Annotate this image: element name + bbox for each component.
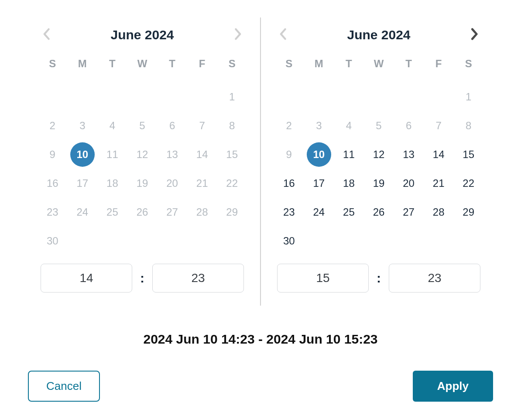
day-cell[interactable]: 11 bbox=[334, 145, 364, 164]
empty-day-cell bbox=[97, 87, 127, 107]
weekday-header: S bbox=[274, 58, 304, 75]
weekday-header: F bbox=[187, 58, 217, 75]
chevron-right-icon bbox=[471, 28, 479, 42]
next-month-button-right[interactable] bbox=[466, 26, 483, 44]
day-cell[interactable]: 27 bbox=[394, 203, 424, 222]
day-cell[interactable]: 3 bbox=[68, 116, 98, 135]
apply-button[interactable]: Apply bbox=[413, 371, 493, 402]
day-cell[interactable]: 22 bbox=[217, 174, 247, 193]
chevron-right-icon bbox=[234, 28, 242, 42]
day-cell[interactable]: 20 bbox=[157, 174, 187, 193]
weekday-header: S bbox=[38, 58, 68, 75]
day-cell[interactable]: 11 bbox=[97, 145, 127, 164]
cancel-button[interactable]: Cancel bbox=[28, 371, 100, 402]
day-cell[interactable]: 19 bbox=[127, 174, 158, 193]
day-cell[interactable]: 26 bbox=[127, 203, 158, 222]
day-cell[interactable]: 6 bbox=[157, 116, 187, 135]
prev-month-button-left[interactable] bbox=[38, 26, 55, 44]
start-hour-input[interactable] bbox=[41, 264, 132, 293]
day-cell[interactable]: 1 bbox=[453, 87, 483, 107]
weekday-header: T bbox=[157, 58, 187, 75]
day-cell[interactable]: 8 bbox=[453, 116, 483, 135]
day-cell[interactable]: 29 bbox=[217, 203, 247, 222]
end-minute-input[interactable] bbox=[389, 264, 480, 293]
day-cell[interactable]: 9 bbox=[38, 145, 68, 164]
weekday-header: S bbox=[217, 58, 247, 75]
day-cell[interactable]: 17 bbox=[68, 174, 98, 193]
day-cell[interactable]: 16 bbox=[274, 174, 304, 193]
end-hour-input[interactable] bbox=[277, 264, 369, 293]
day-cell[interactable]: 12 bbox=[364, 145, 394, 164]
day-cell[interactable]: 23 bbox=[274, 203, 304, 222]
day-cell[interactable]: 1 bbox=[217, 87, 247, 107]
empty-day-cell bbox=[364, 87, 394, 107]
empty-day-cell bbox=[187, 87, 217, 107]
day-cell[interactable]: 24 bbox=[304, 203, 334, 222]
day-cell[interactable]: 12 bbox=[127, 145, 158, 164]
day-cell[interactable]: 7 bbox=[187, 116, 217, 135]
weekday-header: M bbox=[68, 58, 98, 75]
day-cell[interactable]: 9 bbox=[274, 145, 304, 164]
day-cell[interactable]: 22 bbox=[453, 174, 483, 193]
empty-day-cell bbox=[127, 87, 158, 107]
day-cell[interactable]: 20 bbox=[394, 174, 424, 193]
day-cell[interactable]: 2 bbox=[274, 116, 304, 135]
chevron-left-icon bbox=[42, 28, 50, 42]
day-cell[interactable]: 13 bbox=[157, 145, 187, 164]
day-cell[interactable]: 2 bbox=[38, 116, 68, 135]
empty-day-cell bbox=[38, 87, 68, 107]
day-cell[interactable]: 4 bbox=[97, 116, 127, 135]
day-cell[interactable]: 15 bbox=[453, 145, 483, 164]
day-cell[interactable]: 14 bbox=[424, 145, 454, 164]
day-cell[interactable]: 24 bbox=[68, 203, 98, 222]
day-cell[interactable]: 15 bbox=[217, 145, 247, 164]
weekday-header: T bbox=[334, 58, 364, 75]
day-cell[interactable]: 21 bbox=[187, 174, 217, 193]
month-title-left: June 2024 bbox=[110, 28, 174, 42]
day-cell[interactable]: 8 bbox=[217, 116, 247, 135]
day-cell[interactable]: 23 bbox=[38, 203, 68, 222]
day-cell[interactable]: 17 bbox=[304, 174, 334, 193]
month-title-right: June 2024 bbox=[347, 28, 410, 42]
day-cell[interactable]: 16 bbox=[38, 174, 68, 193]
day-cell[interactable]: 5 bbox=[127, 116, 158, 135]
day-cell[interactable]: 30 bbox=[274, 231, 304, 251]
day-cell[interactable]: 6 bbox=[394, 116, 424, 135]
day-cell[interactable]: 25 bbox=[334, 203, 364, 222]
day-cell[interactable]: 18 bbox=[97, 174, 127, 193]
day-cell[interactable]: 4 bbox=[334, 116, 364, 135]
day-cell[interactable]: 28 bbox=[187, 203, 217, 222]
empty-day-cell bbox=[394, 87, 424, 107]
next-month-button-left[interactable] bbox=[230, 26, 247, 44]
empty-day-cell bbox=[68, 87, 98, 107]
day-cell[interactable]: 5 bbox=[364, 116, 394, 135]
time-separator: : bbox=[377, 271, 381, 286]
weekday-header: W bbox=[364, 58, 394, 75]
day-cell[interactable]: 30 bbox=[38, 231, 68, 251]
weekday-header: M bbox=[304, 58, 334, 75]
day-cell[interactable]: 14 bbox=[187, 145, 217, 164]
day-cell[interactable]: 19 bbox=[364, 174, 394, 193]
day-cell[interactable]: 13 bbox=[394, 145, 424, 164]
start-calendar: June 2024 SMTWTFS 1234567891011121314151… bbox=[29, 17, 256, 306]
day-cell[interactable]: 18 bbox=[334, 174, 364, 193]
start-minute-input[interactable] bbox=[152, 264, 244, 293]
day-cell[interactable]: 26 bbox=[364, 203, 394, 222]
weekday-header: W bbox=[127, 58, 158, 75]
empty-day-cell bbox=[157, 87, 187, 107]
day-cell[interactable]: 10 bbox=[68, 145, 98, 164]
calendar-divider bbox=[260, 17, 261, 306]
day-cell[interactable]: 25 bbox=[97, 203, 127, 222]
day-cell[interactable]: 27 bbox=[157, 203, 187, 222]
prev-month-button-right[interactable] bbox=[274, 26, 291, 44]
day-cell[interactable]: 3 bbox=[304, 116, 334, 135]
day-cell[interactable]: 28 bbox=[424, 203, 454, 222]
day-cell[interactable]: 7 bbox=[424, 116, 454, 135]
empty-day-cell bbox=[424, 87, 454, 107]
day-cell[interactable]: 10 bbox=[304, 145, 334, 164]
weekday-header: S bbox=[453, 58, 483, 75]
chevron-left-icon bbox=[279, 28, 287, 42]
range-summary: 2024 Jun 10 14:23 - 2024 Jun 10 15:23 bbox=[26, 332, 495, 347]
day-cell[interactable]: 21 bbox=[424, 174, 454, 193]
day-cell[interactable]: 29 bbox=[453, 203, 483, 222]
